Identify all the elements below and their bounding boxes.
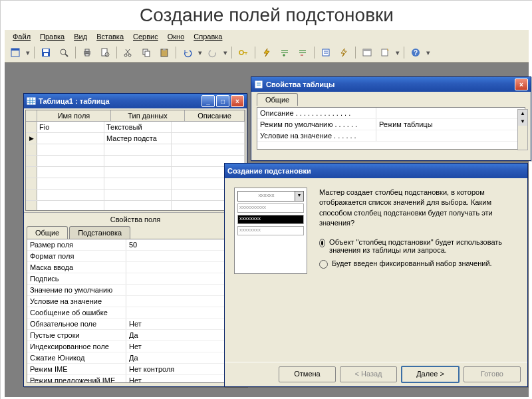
property-row[interactable]: Обязательное полеНет [27, 319, 243, 330]
property-row[interactable]: Сжатие ЮникодДа [27, 352, 243, 364]
property-row[interactable]: Условие на значение . . . . . . [257, 130, 525, 142]
save-icon[interactable] [38, 45, 54, 61]
help-dropdown[interactable]: ▾ [426, 49, 431, 57]
svg-rect-9 [85, 54, 89, 56]
window-title: Таблица1 : таблица [39, 97, 201, 105]
menu-file[interactable]: Файл [9, 31, 35, 42]
db-window-icon[interactable] [359, 45, 375, 61]
redo-icon[interactable] [205, 45, 221, 61]
menu-edit[interactable]: Правка [36, 31, 68, 42]
table-icon [27, 96, 36, 106]
print-icon[interactable] [79, 45, 95, 61]
table-properties-window: Свойства таблицы × Общие Описание . . . … [251, 76, 531, 161]
scroll-down-icon[interactable]: ▼ [518, 118, 527, 126]
delete-rows-icon[interactable] [295, 45, 311, 61]
new-object-dropdown[interactable]: ▾ [395, 49, 400, 57]
property-row[interactable]: Размер поля50 [27, 239, 243, 251]
table-row[interactable]: FioТекстовый [26, 122, 245, 133]
tab-general[interactable]: Общие [257, 93, 298, 106]
menu-view[interactable]: Вид [70, 31, 91, 42]
design-grid[interactable]: Имя поля Тип данных Описание FioТекстовы… [25, 110, 245, 211]
finish-button[interactable]: Готово [464, 366, 521, 382]
titlebar[interactable]: Создание подстановки [225, 164, 527, 178]
cancel-button[interactable]: Отмена [279, 366, 336, 382]
table-properties-grid[interactable]: Описание . . . . . . . . . . . . . .Режи… [257, 107, 525, 150]
titlebar[interactable]: Свойства таблицы × [251, 77, 531, 92]
chevron-down-icon: ▾ [295, 192, 303, 201]
radio-icon[interactable] [319, 239, 325, 247]
svg-rect-4 [44, 53, 48, 56]
option-from-table[interactable]: Объект "столбец подстановки" будет испол… [319, 238, 518, 254]
property-row[interactable]: Индексированное полеНет [27, 341, 243, 352]
wizard-illustration: xxxxxx▾ xxxxxxxxxx xxxxxxxx xxxxxxxx [234, 188, 307, 274]
menu-insert[interactable]: Вставка [92, 31, 128, 42]
radio-icon[interactable] [319, 260, 328, 269]
col-datatype[interactable]: Тип данных [111, 110, 185, 121]
close-button[interactable]: × [231, 95, 244, 107]
print-preview-icon[interactable] [97, 45, 113, 61]
tab-lookup[interactable]: Подстановка [69, 226, 130, 239]
svg-rect-34 [363, 49, 371, 51]
property-row[interactable]: Условие на значение [27, 296, 243, 307]
svg-text:?: ? [414, 49, 418, 57]
menu-tools[interactable]: Сервис [129, 31, 162, 42]
copy-icon[interactable] [138, 45, 154, 61]
paste-icon[interactable] [156, 45, 172, 61]
key-icon[interactable] [235, 45, 251, 61]
redo-dropdown[interactable]: ▾ [223, 49, 228, 57]
tab-general[interactable]: Общие [27, 226, 68, 239]
toolbar: ▾ ▾ ▾ ▾ ? ▾ [5, 43, 529, 63]
scroll-up-icon[interactable]: ▲ [518, 110, 527, 118]
property-row[interactable]: Маска ввода [27, 262, 243, 273]
col-fieldname[interactable]: Имя поля [37, 110, 111, 121]
property-row[interactable]: Пустые строкиДа [27, 330, 243, 341]
property-row[interactable]: Сообщение об ошибке [27, 307, 243, 319]
undo-dropdown[interactable]: ▾ [198, 49, 203, 57]
back-button[interactable]: < Назад [340, 366, 397, 382]
insert-rows-icon[interactable] [277, 45, 293, 61]
new-object-icon[interactable] [377, 45, 393, 61]
property-row[interactable]: Значение по умолчанию [27, 285, 243, 296]
property-row[interactable]: Режим по умолчанию . . . . . .Режим табл… [257, 119, 525, 130]
properties-icon[interactable] [318, 45, 334, 61]
app-area: Файл Правка Вид Вставка Сервис Окно Спра… [5, 30, 529, 397]
property-row[interactable]: Подпись [27, 273, 243, 285]
table-row[interactable] [26, 190, 245, 201]
field-properties-grid[interactable]: Размер поля50Формат поляМаска вводаПодпи… [27, 239, 244, 383]
menu-help[interactable]: Справка [190, 31, 226, 42]
close-button[interactable]: × [515, 78, 528, 90]
next-button[interactable]: Далее > [401, 366, 460, 383]
search-icon[interactable] [56, 45, 72, 61]
table-row[interactable] [26, 178, 245, 190]
undo-icon[interactable] [180, 45, 196, 61]
properties-icon [254, 80, 263, 89]
property-row[interactable]: Режим IMEНет контроля [27, 364, 243, 375]
view-button[interactable] [7, 45, 23, 61]
lightning-icon[interactable] [259, 45, 275, 61]
svg-point-20 [239, 51, 243, 55]
col-description[interactable]: Описание [185, 110, 245, 121]
scrollbar[interactable]: ▲ ▼ [517, 109, 528, 150]
menu-window[interactable]: Окно [164, 31, 189, 42]
wizard-question: Мастер создает столбец подстановки, в ко… [319, 188, 518, 229]
svg-rect-30 [323, 49, 329, 56]
svg-rect-38 [27, 98, 35, 104]
option-fixed-values[interactable]: Будет введен фиксированный набор значени… [319, 259, 518, 269]
property-row[interactable]: Описание . . . . . . . . . . . . . . [257, 108, 525, 119]
table-row[interactable] [26, 201, 245, 211]
titlebar[interactable]: Таблица1 : таблица _ □ × [24, 94, 247, 108]
help-icon[interactable]: ? [408, 45, 424, 61]
table-row[interactable] [26, 156, 245, 167]
table-row[interactable]: Мастер подста [26, 133, 245, 144]
property-row[interactable]: Формат поля [27, 251, 243, 262]
table-row[interactable] [26, 167, 245, 178]
cut-icon[interactable] [120, 45, 136, 61]
indexes-icon[interactable] [336, 45, 352, 61]
field-properties-header: Свойства поля [24, 212, 247, 226]
table-row[interactable] [26, 144, 245, 156]
property-row[interactable]: Режим предложений IMEНет [27, 375, 243, 383]
maximize-button[interactable]: □ [216, 95, 229, 107]
view-dropdown[interactable]: ▾ [25, 49, 31, 57]
minimize-button[interactable]: _ [201, 95, 215, 107]
window-title: Свойства таблицы [266, 80, 515, 88]
